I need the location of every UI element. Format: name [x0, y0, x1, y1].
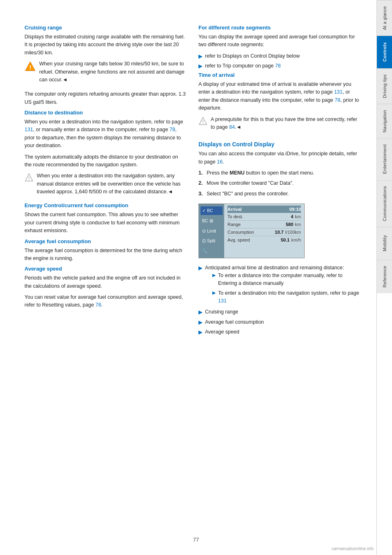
- bc-row-avg-speed: Avg. speed 50.1 km/h: [227, 236, 301, 244]
- left-column: Cruising range Displays the estimated cr…: [24, 25, 186, 539]
- step-2: 2. Move the controller toward "Car Data"…: [198, 179, 360, 187]
- avg-speed-para-2: You can reset value for average fuel con…: [24, 293, 186, 309]
- section-cruising-range: Cruising range Displays the estimated cr…: [24, 25, 186, 106]
- cruising-range-para-3: The computer only registers refueling am…: [24, 90, 186, 106]
- bc-header-row: Arrival 09:10: [227, 206, 301, 213]
- sidebar: At a glance Controls Driving tips Naviga…: [376, 0, 392, 555]
- sidebar-tab-controls[interactable]: Controls: [377, 36, 392, 68]
- bullet-text-2: refer to Trip computer on page 78: [205, 62, 281, 70]
- bullet-cruising-text: Cruising range: [205, 308, 238, 316]
- link-78-distance[interactable]: 78: [169, 127, 175, 132]
- step-3-num: 3.: [198, 190, 204, 198]
- note-box-distance: When you enter a destination into the na…: [24, 172, 186, 199]
- sub-bullet-enter-distance: ▶ To enter a distance into the computer …: [205, 272, 360, 288]
- bc-header-value: 09:10: [290, 207, 301, 212]
- avg-fuel-para-1: The average fuel consumption is determin…: [24, 247, 186, 263]
- link-78-trip[interactable]: 78: [275, 63, 281, 69]
- step-1: 1. Press the MENU button to open the sta…: [198, 169, 360, 177]
- section-title-cruising-range: Cruising range: [24, 25, 186, 31]
- section-time-of-arrival: Time of arrival A display of your estima…: [198, 72, 360, 134]
- sidebar-tab-driving-tips[interactable]: Driving tips: [377, 68, 392, 104]
- bullet-arrow-afc: ▶: [198, 318, 203, 327]
- note-text-arrival: A prerequisite for this is that you have…: [211, 116, 360, 132]
- distance-para-1: When you enter a destination into the na…: [24, 118, 186, 150]
- section-title-avg-speed: Average speed: [24, 266, 186, 272]
- section-title-distance: Distance to destination: [24, 110, 186, 116]
- sidebar-tab-at-a-glance[interactable]: At a glance: [377, 0, 392, 36]
- bc-value-consumption: 10.7 l/100km: [275, 230, 301, 235]
- bc-value-range: 580 km: [286, 222, 301, 227]
- warning-icon: !: [24, 61, 36, 72]
- section-title-energy: Energy Control/current fuel consumption: [24, 202, 186, 208]
- bullet-arrow-as: ▶: [198, 328, 203, 336]
- bullet-text-1: refer to Displays on Control Display bel…: [205, 52, 300, 60]
- bullet-cruising-range: ▶ Cruising range: [198, 308, 360, 316]
- bullet-arrival-content: Anticipated arrival time at destination …: [205, 264, 360, 307]
- link-78-speed[interactable]: 78: [96, 302, 101, 308]
- sidebar-tab-reference[interactable]: Reference: [377, 260, 392, 293]
- step-2-text: Move the controller toward "Car Data".: [207, 179, 294, 187]
- different-route-para-1: You can display the average speed and av…: [198, 33, 360, 49]
- note-box-arrival: A prerequisite for this is that you have…: [198, 116, 360, 135]
- sidebar-tab-communications[interactable]: Communications: [377, 180, 392, 227]
- bc-value-to-dest: 4 km: [291, 214, 301, 219]
- bc-value-avg-speed: 50.1 km/h: [281, 237, 301, 242]
- bc-right-panel: Arrival 09:10 To dest. 4 km Range 580 km: [224, 204, 304, 257]
- bc-label-to-dest: To dest.: [227, 214, 243, 219]
- bc-row-range: Range 580 km: [227, 221, 301, 228]
- sub-bullet-enter-destination: ▶ To enter a destination into the naviga…: [205, 289, 360, 305]
- page-number: 77: [193, 537, 199, 543]
- bc-check-icon: ✓: [202, 208, 206, 214]
- link-131-distance[interactable]: 131: [24, 127, 33, 132]
- bullet-avg-speed: ▶ Average speed: [198, 328, 360, 336]
- distance-para-2: The system automatically adopts the dist…: [24, 153, 186, 169]
- bc-header-label: Arrival: [227, 207, 242, 212]
- sidebar-tab-mobility[interactable]: Mobility: [377, 227, 392, 260]
- energy-para-1: Shows the current fuel consumption. This…: [24, 211, 186, 235]
- step-3-text: Select "BC" and press the controller.: [207, 190, 289, 198]
- bc-unit-consumption: l/100km: [285, 230, 301, 235]
- note-icon-arrival: [198, 116, 207, 125]
- svg-text:!: !: [29, 64, 31, 71]
- bullet-arrow-2: ▶: [198, 62, 203, 70]
- watermark: carmanualsonnline.info: [332, 546, 374, 551]
- link-131-arrival[interactable]: 131: [334, 89, 343, 95]
- bc-item-bc-checked: ✓ BC: [200, 206, 223, 215]
- bc-item-bc-grid: BC ⊞: [200, 217, 223, 225]
- step-1-text: Press the MENU button to open the start …: [207, 169, 314, 177]
- section-distance-to-destination: Distance to destination When you enter a…: [24, 110, 186, 199]
- section-title-avg-fuel: Average fuel consumption: [24, 238, 186, 244]
- bc-row-consumption: Consumption 10.7 l/100km: [227, 228, 301, 236]
- bullet-avg-fuel-cons: ▶ Average fuel consumption: [198, 318, 360, 327]
- svg-point-4: [29, 179, 29, 180]
- bc-row-to-dest: To dest. 4 km: [227, 213, 301, 221]
- section-different-route: For different route segments You can dis…: [198, 25, 360, 70]
- sidebar-tab-navigation[interactable]: Navigation: [377, 104, 392, 138]
- bc-unit-range: km: [295, 222, 301, 227]
- bullet-arrow-1: ▶: [198, 52, 203, 60]
- cruising-range-para-1: Displays the estimated cruising range av…: [24, 33, 186, 57]
- section-displays-control: Displays on Control Display You can also…: [198, 141, 360, 336]
- svg-point-7: [203, 123, 203, 124]
- bullet-control-display: ▶ refer to Displays on Control Display b…: [198, 52, 360, 60]
- section-energy-control: Energy Control/current fuel consumption …: [24, 202, 186, 235]
- link-84-arrival[interactable]: 84: [229, 124, 235, 130]
- section-average-speed: Average speed Periods with the vehicle p…: [24, 266, 186, 309]
- bc-label-avg-speed: Avg. speed: [227, 237, 250, 242]
- bullet-trip-computer: ▶ refer to Trip computer on page 78: [198, 62, 360, 70]
- displays-control-para-1: You can also access the computer via iDr…: [198, 150, 360, 166]
- bc-item-limit: ⊙ Limit: [200, 227, 223, 235]
- bc-label-range: Range: [227, 222, 241, 227]
- section-title-time-arrival: Time of arrival: [198, 72, 360, 78]
- sidebar-tab-entertainment[interactable]: Entertainment: [377, 138, 392, 179]
- warning-box-cruising: ! When your cruising range falls below 3…: [24, 60, 186, 87]
- link-131-after[interactable]: 131: [218, 298, 227, 304]
- bc-label-consumption: Consumption: [227, 230, 254, 235]
- link-16-idrive[interactable]: 16: [217, 159, 223, 165]
- warning-text-cruising: When your cruising range falls below 30 …: [39, 60, 186, 84]
- bc-item-tools: 🔧: [200, 247, 223, 255]
- sub-text-1: To enter a distance into the computer ma…: [218, 272, 360, 288]
- link-78-arrival[interactable]: 78: [335, 97, 341, 103]
- step-3: 3. Select "BC" and press the controller.: [198, 190, 360, 198]
- section-average-fuel: Average fuel consumption The average fue…: [24, 238, 186, 263]
